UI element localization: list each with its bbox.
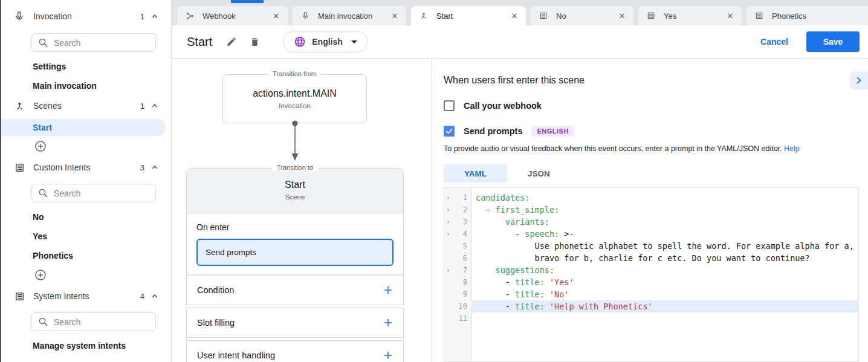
- section-count: 3: [140, 163, 144, 172]
- on-enter-label: On enter: [196, 222, 394, 232]
- plus-circle-icon: [34, 269, 47, 281]
- gutter-row[interactable]: 8: [444, 276, 471, 288]
- delete-icon[interactable]: [248, 36, 261, 48]
- add-scene-button[interactable]: [1, 140, 171, 153]
- code-line[interactable]: - first_simple:: [472, 204, 858, 216]
- condition-label: Condition: [197, 285, 383, 295]
- gutter-row[interactable]: ▾3: [444, 216, 471, 228]
- tab-yaml[interactable]: YAML: [444, 164, 507, 183]
- editor-tabstrip: Webhook ✕ Main invocation ✕ Start ✕: [172, 0, 868, 25]
- editor-gutter: ▾1▾2▾3▾456▾7891011: [444, 188, 472, 361]
- gutter-row[interactable]: ▾1: [444, 192, 471, 204]
- transition-from-subtitle: Invocation: [223, 102, 366, 109]
- sidebar-item-no[interactable]: No: [1, 207, 171, 227]
- intent-icon: [539, 11, 549, 21]
- close-icon[interactable]: ✕: [725, 10, 736, 21]
- chevron-up-icon[interactable]: [151, 102, 159, 110]
- sidebar-section-custom-intents[interactable]: Custom Intents 3: [1, 157, 171, 178]
- user-intent-handling-section[interactable]: User intent handling: [186, 340, 404, 362]
- sidebar-item-phonetics[interactable]: Phonetics: [1, 246, 171, 265]
- add-slot-icon[interactable]: [383, 318, 393, 328]
- fold-icon[interactable]: ▾: [444, 195, 453, 201]
- tab-main-invocation[interactable]: Main invocation ✕: [293, 6, 406, 25]
- gutter-row[interactable]: 11: [444, 312, 471, 325]
- cancel-button[interactable]: Cancel: [760, 37, 788, 47]
- code-line[interactable]: - title: 'Help with Phonetics': [472, 300, 858, 312]
- gutter-row[interactable]: 6: [444, 252, 471, 264]
- page-title: Start: [187, 35, 212, 49]
- code-editor[interactable]: ▾1▾2▾3▾456▾7891011 candidates: - first_s…: [444, 187, 859, 362]
- section-count: 4: [140, 292, 144, 301]
- sidebar-item-main-invocation[interactable]: Main invocation: [1, 76, 171, 95]
- add-condition-icon[interactable]: [383, 285, 393, 295]
- scene-node: Transition to Start Scene On enter Send …: [186, 168, 404, 274]
- close-icon[interactable]: ✕: [509, 10, 520, 21]
- close-icon[interactable]: ✕: [271, 10, 282, 21]
- fold-icon[interactable]: ▾: [444, 207, 453, 213]
- scene-node-header[interactable]: Transition to Start Scene: [187, 169, 403, 213]
- edit-icon[interactable]: [225, 36, 238, 48]
- slot-filling-section[interactable]: Slot filling: [186, 308, 404, 338]
- gutter-row[interactable]: ▾4: [444, 228, 471, 240]
- code-line[interactable]: - title: 'No': [472, 288, 858, 300]
- sidebar-section-scenes[interactable]: Scenes 1: [1, 95, 171, 116]
- transition-to-label: Transition to: [272, 164, 318, 171]
- code-line[interactable]: candidates:: [472, 192, 858, 204]
- help-link[interactable]: Help: [784, 144, 800, 153]
- sidebar-item-start[interactable]: Start: [1, 119, 166, 136]
- code-line[interactable]: Use phonetic alphabet to spell the word.…: [472, 240, 858, 252]
- chevron-up-icon[interactable]: [151, 12, 159, 21]
- sidebar-item-settings[interactable]: Settings: [1, 57, 171, 76]
- send-prompts-checkbox[interactable]: [444, 126, 455, 137]
- sidebar-item-yes[interactable]: Yes: [1, 227, 171, 246]
- language-selector[interactable]: English: [283, 31, 368, 53]
- tab-start[interactable]: Start ✕: [411, 6, 526, 25]
- fold-icon[interactable]: ▾: [444, 268, 453, 273]
- sidebar-section-invocation[interactable]: Invocation 1: [1, 6, 171, 27]
- add-user-intent-icon[interactable]: [383, 351, 393, 360]
- close-icon[interactable]: ✕: [389, 10, 400, 21]
- actions-builder-app: Invocation 1 Settings Main invocation Sc…: [0, 0, 868, 362]
- tab-phonetics[interactable]: Phonetics ✕: [747, 6, 868, 25]
- code-line[interactable]: [472, 312, 858, 325]
- fold-icon[interactable]: ▾: [444, 219, 453, 225]
- save-button[interactable]: Save: [806, 31, 860, 52]
- code-line[interactable]: - title: 'Yes': [472, 276, 858, 288]
- tab-no[interactable]: No ✕: [531, 6, 633, 25]
- editor-code[interactable]: candidates: - first_simple: variants: - …: [472, 188, 858, 361]
- code-line[interactable]: suggestions:: [472, 264, 858, 276]
- condition-section[interactable]: Condition: [186, 275, 404, 305]
- webhook-checkbox[interactable]: [444, 100, 455, 111]
- tab-yes[interactable]: Yes ✕: [638, 6, 742, 25]
- search-input[interactable]: [31, 312, 156, 331]
- scene-node-subtitle: Scene: [187, 193, 403, 201]
- intent-icon: [647, 11, 656, 21]
- chevron-up-icon[interactable]: [151, 292, 159, 300]
- scene-toolbar: Start English Cancel Save: [172, 25, 868, 59]
- collapse-panel-button[interactable]: [850, 71, 868, 89]
- add-intent-button[interactable]: [1, 268, 171, 282]
- plus-circle-icon: [34, 140, 47, 152]
- gutter-row[interactable]: 5: [444, 240, 471, 252]
- search-input[interactable]: [31, 33, 156, 52]
- fold-icon[interactable]: ▾: [444, 231, 453, 237]
- close-icon[interactable]: ✕: [617, 10, 627, 21]
- sidebar-item-manage-system-intents[interactable]: Manage system intents: [1, 336, 171, 355]
- gutter-row[interactable]: ▾2: [444, 204, 471, 216]
- code-line[interactable]: variants:: [472, 216, 858, 228]
- gutter-row[interactable]: ▾7: [444, 264, 471, 276]
- search-icon: [38, 188, 48, 198]
- tab-webhook[interactable]: Webhook ✕: [177, 6, 288, 25]
- sidebar-section-system-intents[interactable]: System Intents 4: [1, 286, 171, 306]
- chevron-up-icon[interactable]: [151, 163, 159, 172]
- gutter-row[interactable]: 9: [444, 288, 471, 300]
- transition-from-node[interactable]: Transition from actions.intent.MAIN Invo…: [222, 74, 367, 123]
- section-label: Custom Intents: [33, 163, 140, 172]
- code-line[interactable]: bravo for b, charlie for c etc. Do you w…: [472, 252, 858, 264]
- search-input[interactable]: [31, 184, 156, 202]
- tab-json[interactable]: JSON: [507, 164, 571, 183]
- gutter-row[interactable]: 10: [444, 300, 471, 312]
- send-prompts-chip[interactable]: Send prompts: [196, 239, 394, 266]
- scene-detail-panel: When users first enter this scene Call y…: [432, 59, 868, 362]
- code-line[interactable]: - speech: >-: [472, 228, 858, 240]
